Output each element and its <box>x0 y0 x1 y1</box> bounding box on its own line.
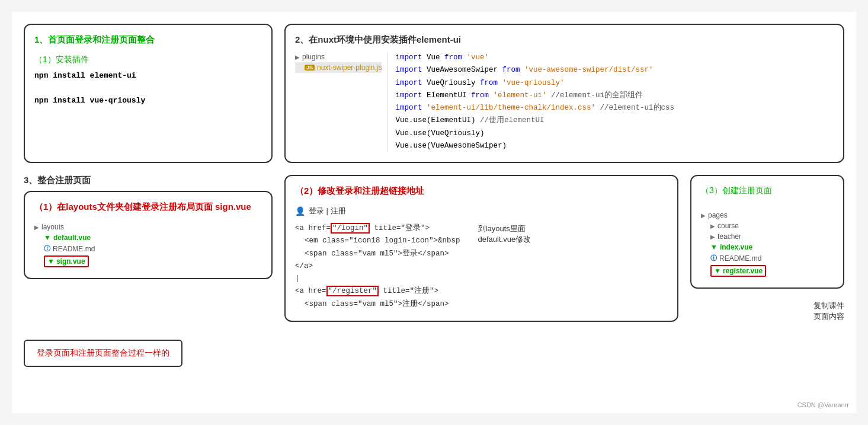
code-html-7: <span class="vam ml5">注册</span> <box>295 298 460 311</box>
box1-code-line1: npm install element-ui <box>34 70 262 82</box>
box1-subtitle: （1）安装插件 <box>34 55 262 65</box>
box5-outer: （3）创建注册页面 ▶ pages ▶ course ▶ teacher <box>690 175 844 322</box>
teacher-arrow: ▶ <box>710 234 715 240</box>
box3-section-number: 3、整合注册页面 <box>24 175 273 186</box>
box5-container: （3）创建注册页面 ▶ pages ▶ course ▶ teacher <box>690 175 844 289</box>
box3-subtitle: （1）在layouts文件夹创建登录注册布局页面 sign.vue <box>34 202 262 213</box>
copy-note-line1: 复制课件 <box>690 301 844 311</box>
register-vue-item: ▼ register.vue <box>701 264 821 278</box>
default-vue-item: ▼ default.vue <box>34 232 249 243</box>
copy-note-line2: 页面内容 <box>690 311 844 322</box>
box4-code: <a href="/login" title="登录"> <em class="… <box>295 222 460 311</box>
code-area-box2: import Vue from 'vue' import VueAwesomeS… <box>395 52 834 152</box>
register-vue-highlight: ▼ register.vue <box>710 265 766 277</box>
page-wrapper: 1、首页面登录和注册页面整合 （1）安装插件 npm install eleme… <box>12 12 856 413</box>
bottom-box: 登录页面和注册页面整合过程一样的 <box>24 340 182 367</box>
sign-vue-label: sign.vue <box>56 257 85 266</box>
box5-subtitle: （3）创建注册页面 <box>701 186 834 196</box>
box4-content: 👤 登录 | 注册 <a href="/login" title="登录"> <… <box>295 206 668 311</box>
layouts-arrow: ▶ <box>34 224 39 231</box>
file-tree-box2: ▶ plugins JS nuxt-swiper-plugin.js <box>295 52 388 152</box>
register-href-highlight: "/register" <box>326 286 379 296</box>
box4-subtitle: （2）修改登录和注册超链接地址 <box>295 186 668 197</box>
code-html-1: <a href="/login" title="登录"> <box>295 222 460 235</box>
pages-label: pages <box>708 211 728 219</box>
file-tree-box3: ▶ layouts ▼ default.vue ⓘ README.md ▼ <box>34 222 255 269</box>
bottom-grid: 3、整合注册页面 （1）在layouts文件夹创建登录注册布局页面 sign.v… <box>24 175 844 322</box>
swiper-filename: nuxt-swiper-plugin.js <box>317 63 382 72</box>
swiper-file[interactable]: JS nuxt-swiper-plugin.js <box>295 62 382 73</box>
code-line-4: import ElementUI from 'element-ui' //ele… <box>395 90 834 102</box>
index-vue-icon: ▼ <box>710 243 718 251</box>
code-html-3: <span class="vam ml5">登录</span> <box>295 248 460 260</box>
code-html-2: <em class="icon18 login-icon">&nbsp <box>295 235 460 247</box>
box2-title: 2、在nuxt环境中使用安装插件element-ui <box>295 34 834 46</box>
code-line-6: Vue.use(ElementUI) //使用elementUI <box>395 114 834 127</box>
folder-arrow: ▶ <box>295 54 300 60</box>
bottom-note-text: 登录页面和注册页面整合过程一样的 <box>37 348 169 357</box>
code-html-5: | <box>295 273 460 285</box>
layouts-folder: ▶ layouts <box>34 222 249 232</box>
register-vue-label: register.vue <box>723 267 763 275</box>
code-line-3: import VueQriously from 'vue-qriously' <box>395 77 834 90</box>
index-vue-label: index.vue <box>720 243 752 251</box>
box4-nav-area: 👤 登录 | 注册 <a href="/login" title="登录"> <… <box>295 206 460 311</box>
readme-icon: ⓘ <box>44 244 50 253</box>
teacher-folder: ▶ teacher <box>701 231 821 242</box>
user-icon: 👤 <box>295 206 305 216</box>
sign-vue-icon: ▼ <box>47 257 55 266</box>
pages-folder: ▶ pages <box>701 210 821 221</box>
readme-icon-5: ⓘ <box>710 254 717 263</box>
js-badge: JS <box>305 65 315 71</box>
plugins-folder: ▶ plugins <box>295 52 382 62</box>
code-html-6: <a hre="/register" title="注册"> <box>295 285 460 298</box>
pages-arrow: ▶ <box>701 212 706 219</box>
sign-vue-item: ▼ sign.vue <box>34 254 249 269</box>
nav-login-register: 登录 | 注册 <box>309 206 346 216</box>
box3-container: （1）在layouts文件夹创建登录注册布局页面 sign.vue ▶ layo… <box>24 191 273 279</box>
nav-bar: 👤 登录 | 注册 <box>295 206 460 216</box>
readme-item: ⓘ README.md <box>34 243 249 254</box>
code-html-4: </a> <box>295 260 460 273</box>
footer-credit: CSDN @Vanranrr <box>797 401 849 408</box>
course-label: course <box>718 222 739 230</box>
box4-side-note: 到layouts里面 default.vue修改 <box>478 223 531 245</box>
bottom-note-area: 登录页面和注册页面整合过程一样的 <box>24 334 844 367</box>
top-grid: 1、首页面登录和注册页面整合 （1）安装插件 npm install eleme… <box>24 24 844 163</box>
box4-container: （2）修改登录和注册超链接地址 👤 登录 | 注册 <a href="/logi… <box>284 175 678 322</box>
code-line-8: Vue.use(VueAwesomeSwiper) <box>395 140 834 152</box>
box1-container: 1、首页面登录和注册页面整合 （1）安装插件 npm install eleme… <box>24 24 273 163</box>
default-vue-icon: ▼ <box>44 234 51 242</box>
index-vue-item: ▼ index.vue <box>701 242 821 253</box>
editor-panel: ▶ plugins JS nuxt-swiper-plugin.js impor… <box>295 52 834 152</box>
file-tree-box5: ▶ pages ▶ course ▶ teacher ▼ index.vue <box>701 210 827 278</box>
code-line-1: import Vue from 'vue' <box>395 52 834 64</box>
readme-label: README.md <box>53 245 95 253</box>
box3-outer: 3、整合注册页面 （1）在layouts文件夹创建登录注册布局页面 sign.v… <box>24 175 273 322</box>
box2-container: 2、在nuxt环境中使用安装插件element-ui ▶ plugins JS … <box>284 24 844 163</box>
readme-label-5: README.md <box>719 254 761 263</box>
plugins-label: plugins <box>302 53 325 61</box>
side-note-line1: 到layouts里面 <box>478 223 531 234</box>
box1-title: 1、首页面登录和注册页面整合 <box>34 34 262 46</box>
default-vue-label: default.vue <box>53 234 91 242</box>
side-note-line2: default.vue修改 <box>478 234 531 245</box>
login-href-highlight: "/login" <box>331 223 370 234</box>
copy-note: 复制课件 页面内容 <box>690 301 844 322</box>
sign-vue-highlight: ▼ sign.vue <box>44 255 89 267</box>
code-line-5: import 'element-ui/lib/theme-chalk/index… <box>395 102 834 114</box>
readme-item-5: ⓘ README.md <box>701 253 821 264</box>
layouts-label: layouts <box>41 223 64 231</box>
course-folder: ▶ course <box>701 221 821 231</box>
code-line-2: import VueAwesomeSwiper from 'vue-awesom… <box>395 64 834 76</box>
teacher-label: teacher <box>718 232 741 241</box>
course-arrow: ▶ <box>710 223 715 229</box>
box1-code: npm install element-ui npm install vue-q… <box>34 70 262 107</box>
code-line-7: Vue.use(VueQriously) <box>395 127 834 140</box>
box1-code-line2: npm install vue-qriously <box>34 95 262 107</box>
register-vue-icon: ▼ <box>714 267 721 275</box>
